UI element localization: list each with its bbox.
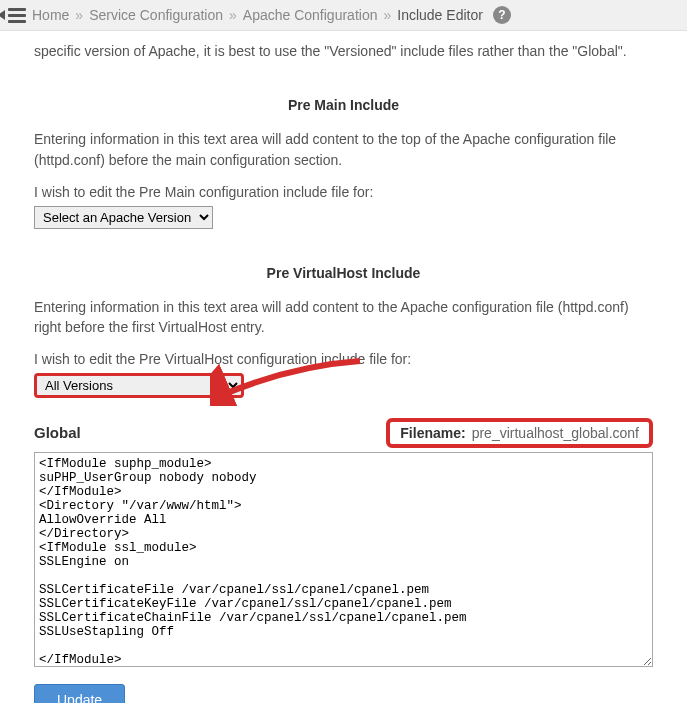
breadcrumb-current: Include Editor xyxy=(397,7,483,23)
menu-toggle-icon[interactable] xyxy=(8,8,26,23)
main-content: specific version of Apache, it is best t… xyxy=(0,41,687,703)
prevhost-config-textarea[interactable] xyxy=(34,452,653,667)
prevhost-title: Pre VirtualHost Include xyxy=(34,265,653,281)
filename-label: Filename: xyxy=(400,425,465,441)
premain-desc: Entering information in this text area w… xyxy=(34,129,653,170)
breadcrumb-apache-config[interactable]: Apache Configuration xyxy=(243,7,378,23)
breadcrumb-home[interactable]: Home xyxy=(32,7,69,23)
premain-label: I wish to edit the Pre Main configuratio… xyxy=(34,184,653,200)
intro-text: specific version of Apache, it is best t… xyxy=(34,41,653,61)
prevhost-version-select[interactable]: All Versions xyxy=(34,373,244,398)
premain-title: Pre Main Include xyxy=(34,97,653,113)
help-icon[interactable]: ? xyxy=(493,6,511,24)
update-button[interactable]: Update xyxy=(34,684,125,703)
filename-box: Filename: pre_virtualhost_global.conf xyxy=(386,418,653,448)
premain-version-select[interactable]: Select an Apache Version xyxy=(34,206,213,229)
filename-value: pre_virtualhost_global.conf xyxy=(472,425,639,441)
breadcrumb-sep: » xyxy=(229,7,237,23)
prevhost-desc: Entering information in this text area w… xyxy=(34,297,653,338)
top-bar: Home » Service Configuration » Apache Co… xyxy=(0,0,687,31)
prevhost-label: I wish to edit the Pre VirtualHost confi… xyxy=(34,351,653,367)
file-heading: Global xyxy=(34,424,81,441)
breadcrumb-sep: » xyxy=(75,7,83,23)
breadcrumb-sep: » xyxy=(383,7,391,23)
file-info-row: Global Filename: pre_virtualhost_global.… xyxy=(34,418,653,448)
breadcrumb-service-config[interactable]: Service Configuration xyxy=(89,7,223,23)
breadcrumb: Home » Service Configuration » Apache Co… xyxy=(32,6,511,24)
